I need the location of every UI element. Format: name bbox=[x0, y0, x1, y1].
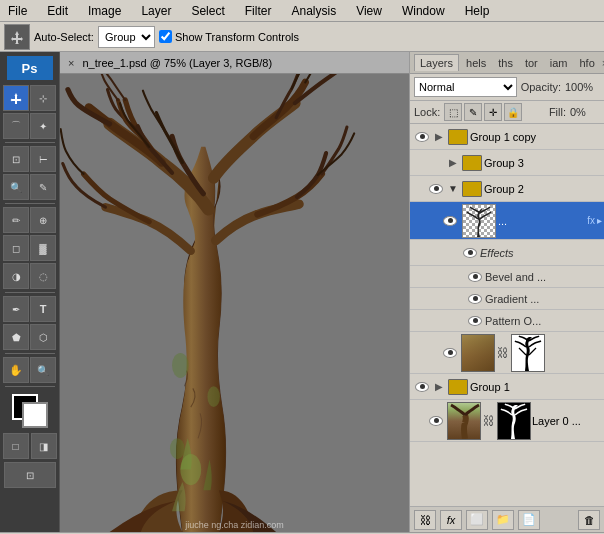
tool-selection[interactable]: ⊹ bbox=[30, 85, 56, 111]
layer-vis-layer0[interactable] bbox=[426, 408, 446, 434]
lock-icons: ⬚ ✎ ✛ 🔒 bbox=[444, 103, 522, 121]
blend-mode-select[interactable]: Normal Multiply Screen bbox=[414, 77, 517, 97]
layer-vis-pair1[interactable] bbox=[440, 340, 460, 366]
layer-vis-group1copy[interactable] bbox=[412, 124, 432, 150]
new-group-btn[interactable]: 📁 bbox=[492, 510, 514, 530]
menu-view[interactable]: View bbox=[352, 2, 386, 20]
menu-analysis[interactable]: Analysis bbox=[287, 2, 340, 20]
tool-eraser[interactable]: ◻ bbox=[3, 235, 29, 261]
layer-item-layer3[interactable]: ... fx ▸ bbox=[410, 202, 604, 240]
tool-brush[interactable]: ✏ bbox=[3, 207, 29, 233]
divider-1 bbox=[5, 142, 55, 143]
layer-thumb-layer0b bbox=[497, 402, 531, 440]
eye-icon-group1 bbox=[415, 382, 429, 392]
show-transform-label[interactable]: Show Transform Controls bbox=[159, 30, 299, 43]
menu-file[interactable]: File bbox=[4, 2, 31, 20]
tool-dodge[interactable]: ◑ bbox=[3, 263, 29, 289]
layer-arrow-group1copy[interactable]: ▶ bbox=[432, 131, 446, 142]
layer-effect-pattern[interactable]: Pattern O... bbox=[410, 310, 604, 332]
layer-item-layer0[interactable]: ⛓ Layer 0 ... bbox=[410, 400, 604, 442]
watermark: jiuche ng.cha zidian.com bbox=[185, 520, 284, 530]
layer-arrow-group2[interactable]: ▼ bbox=[446, 183, 460, 194]
eye-icon-group2 bbox=[429, 184, 443, 194]
tool-move[interactable] bbox=[3, 85, 29, 111]
layer-vis-group1[interactable] bbox=[412, 374, 432, 400]
tool-zoom[interactable]: 🔍 bbox=[30, 357, 56, 383]
tool-pen[interactable]: ✒ bbox=[3, 296, 29, 322]
layer-item-group1copy[interactable]: ▶ Group 1 copy bbox=[410, 124, 604, 150]
menu-edit[interactable]: Edit bbox=[43, 2, 72, 20]
add-style-btn[interactable]: fx bbox=[440, 510, 462, 530]
menu-filter[interactable]: Filter bbox=[241, 2, 276, 20]
tab-layers[interactable]: Layers bbox=[414, 54, 459, 71]
layer-vis-layer3[interactable] bbox=[440, 208, 460, 234]
tool-path[interactable]: ⬟ bbox=[3, 324, 29, 350]
tab-actions[interactable]: iam bbox=[545, 55, 573, 71]
lock-all-btn[interactable]: 🔒 bbox=[504, 103, 522, 121]
tool-screen-mode[interactable]: ⊡ bbox=[4, 462, 56, 488]
layer-arrow-group3[interactable]: ▶ bbox=[446, 157, 460, 168]
tool-standard-mode[interactable]: □ bbox=[3, 433, 29, 459]
menu-image[interactable]: Image bbox=[84, 2, 125, 20]
layer-item-group3[interactable]: ▶ Group 3 bbox=[410, 150, 604, 176]
effect-eye-pattern[interactable] bbox=[465, 316, 485, 326]
menu-select[interactable]: Select bbox=[187, 2, 228, 20]
layer-item-group2[interactable]: ▼ Group 2 bbox=[410, 176, 604, 202]
effect-eye-bevel[interactable] bbox=[465, 272, 485, 282]
layer-vis-group2[interactable] bbox=[426, 176, 446, 202]
layer-effect-gradient[interactable]: Gradient ... bbox=[410, 288, 604, 310]
layer-arrow-group1[interactable]: ▶ bbox=[432, 381, 446, 392]
tools-panel: Ps ⊹ ⌒ ✦ ⊡ ⊢ 🔍 ✎ ✏ ⊕ ◻ ▓ ◑ bbox=[0, 52, 60, 532]
layer-item-group1[interactable]: ▶ Group 1 bbox=[410, 374, 604, 400]
tool-magic[interactable]: ✦ bbox=[30, 113, 56, 139]
lock-image-btn[interactable]: ✎ bbox=[464, 103, 482, 121]
eye-icon-effects bbox=[463, 248, 477, 258]
layer-effects-header[interactable]: Effects bbox=[410, 240, 604, 266]
tool-ruler[interactable]: ✎ bbox=[30, 174, 56, 200]
auto-select-label: Auto-Select: bbox=[34, 31, 94, 43]
delete-layer-btn[interactable]: 🗑 bbox=[578, 510, 600, 530]
menu-window[interactable]: Window bbox=[398, 2, 449, 20]
auto-select-dropdown[interactable]: Group Layer bbox=[98, 26, 155, 48]
layer-thumb-layer3 bbox=[462, 204, 496, 238]
folder-icon-group1 bbox=[448, 379, 468, 395]
tab-info[interactable]: hfo bbox=[574, 55, 599, 71]
move-tool-btn[interactable] bbox=[4, 24, 30, 50]
menu-layer[interactable]: Layer bbox=[137, 2, 175, 20]
background-color[interactable] bbox=[22, 402, 48, 428]
tool-slice[interactable]: ⊢ bbox=[30, 146, 56, 172]
new-layer-btn[interactable]: 📄 bbox=[518, 510, 540, 530]
tab-paths[interactable]: ths bbox=[493, 55, 518, 71]
svg-marker-0 bbox=[11, 31, 23, 44]
canvas-close-btn[interactable]: × bbox=[68, 57, 74, 69]
tool-text[interactable]: T bbox=[30, 296, 56, 322]
tool-blur[interactable]: ◌ bbox=[30, 263, 56, 289]
tool-eyedropper[interactable]: 🔍 bbox=[3, 174, 29, 200]
tool-shape[interactable]: ⬡ bbox=[30, 324, 56, 350]
eye-icon-bevel bbox=[468, 272, 482, 282]
tool-gradient[interactable]: ▓ bbox=[30, 235, 56, 261]
layer-vis-effects[interactable] bbox=[460, 240, 480, 266]
lock-position-btn[interactable]: ✛ bbox=[484, 103, 502, 121]
effect-eye-gradient[interactable] bbox=[465, 294, 485, 304]
add-mask-btn[interactable]: ⬜ bbox=[466, 510, 488, 530]
link-layers-btn[interactable]: ⛓ bbox=[414, 510, 436, 530]
show-transform-checkbox[interactable] bbox=[159, 30, 172, 43]
svg-marker-1 bbox=[11, 93, 22, 104]
layer-effect-bevel[interactable]: Bevel and ... bbox=[410, 266, 604, 288]
tool-crop[interactable]: ⊡ bbox=[3, 146, 29, 172]
eye-icon-layer3 bbox=[443, 216, 457, 226]
tab-channels[interactable]: hels bbox=[461, 55, 491, 71]
tab-history[interactable]: tor bbox=[520, 55, 543, 71]
chain-link-layer0: ⛓ bbox=[483, 414, 495, 428]
tool-clone[interactable]: ⊕ bbox=[30, 207, 56, 233]
tool-hand[interactable]: ✋ bbox=[3, 357, 29, 383]
lock-transparent-btn[interactable]: ⬚ bbox=[444, 103, 462, 121]
color-swatches[interactable] bbox=[12, 394, 48, 428]
layer-vis-group3[interactable] bbox=[426, 150, 446, 176]
tool-quick-mask[interactable]: ◨ bbox=[31, 433, 57, 459]
layer-item-pair1[interactable]: ⛓ bbox=[410, 332, 604, 374]
menu-help[interactable]: Help bbox=[461, 2, 494, 20]
tool-lasso[interactable]: ⌒ bbox=[3, 113, 29, 139]
effect-name-bevel: Bevel and ... bbox=[485, 271, 546, 283]
